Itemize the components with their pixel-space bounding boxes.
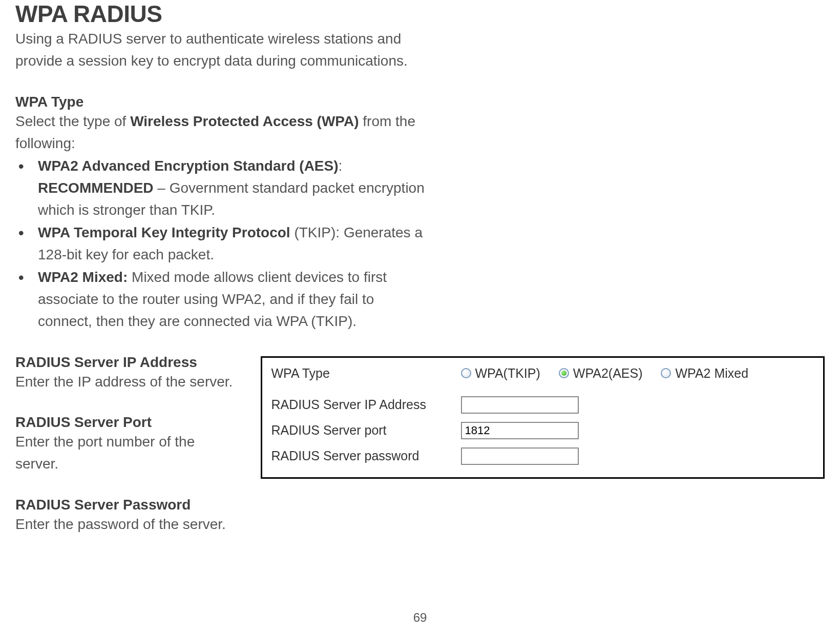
wpa-type-list: WPA2 Advanced Encryption Standard (AES):… [15,155,825,333]
intro-paragraph: Using a RADIUS server to authenticate wi… [15,28,425,72]
list-item-text-3: which is stronger than TKIP. [38,202,215,218]
radius-password-input[interactable] [461,447,579,465]
list-item-text-3: connect, then they are connected via WPA… [38,313,356,329]
radio-label: WPA(TKIP) [475,366,540,381]
wpa-type-lead-post: from the [359,113,415,129]
list-item-bold-2: RECOMMENDED [38,180,154,196]
list-item-text-2: – Government standard packet encryption [154,180,425,196]
list-item-bold: WPA2 Advanced Encryption Standard (AES) [38,158,339,174]
list-item-text-2: associate to the router using WPA2, and … [38,291,374,307]
radio-icon [661,368,671,378]
list-item: WPA Temporal Key Integrity Protocol (TKI… [15,221,435,266]
list-item-text: (TKIP): Generates a [290,225,423,240]
list-item: WPA2 Mixed: Mixed mode allows client dev… [15,266,435,333]
radius-port-desc: Enter the port number of the server. [15,431,240,475]
radius-ip-field-label: RADIUS Server IP Address [271,397,461,412]
wpa-type-radio-group: WPA(TKIP) WPA2(AES) WPA2 Mixed [461,366,749,381]
radio-icon [559,368,569,378]
wpa-type-field-label: WPA Type [271,366,461,381]
page-number: 69 [0,610,840,625]
page-title: WPA RADIUS [15,0,825,28]
radius-password-heading: RADIUS Server Password [15,497,240,513]
list-item-text: : [339,158,343,174]
list-item-text: Mixed mode allows client devices to firs… [128,269,387,285]
radius-port-field-label: RADIUS Server port [271,423,461,438]
radius-port-heading: RADIUS Server Port [15,414,240,431]
wpa-type-lead-pre: Select the type of [15,113,130,129]
wpa2-mixed-radio[interactable]: WPA2 Mixed [661,366,748,381]
radius-ip-input[interactable] [461,396,579,414]
intro-line-2: provide a session key to encrypt data du… [15,53,408,69]
wpa-type-heading: WPA Type [15,94,825,110]
radius-ip-heading: RADIUS Server IP Address [15,354,240,371]
intro-line-1: Using a RADIUS server to authenticate wi… [15,31,401,47]
wpa-tkip-radio[interactable]: WPA(TKIP) [461,366,540,381]
radius-password-desc: Enter the password of the server. [15,513,240,535]
radius-ip-desc: Enter the IP address of the server. [15,371,240,393]
wpa-type-lead-bold: Wireless Protected Access (WPA) [130,113,359,129]
wpa-type-lead-l2: following: [15,135,75,151]
wpa2-aes-radio[interactable]: WPA2(AES) [559,366,643,381]
radius-port-input[interactable] [461,422,579,439]
list-item-bold: WPA2 Mixed: [38,269,128,285]
radio-label: WPA2 Mixed [675,366,748,381]
list-item: WPA2 Advanced Encryption Standard (AES):… [15,155,435,221]
radio-icon [461,368,471,378]
list-item-text-2: 128-bit key for each packet. [38,247,214,262]
radius-password-field-label: RADIUS Server password [271,449,461,463]
list-item-bold: WPA Temporal Key Integrity Protocol [38,225,290,240]
config-panel: WPA Type WPA(TKIP) WPA2(AES) WPA2 Mixed [261,356,825,479]
wpa-type-lead: Select the type of Wireless Protected Ac… [15,110,425,155]
radio-label: WPA2(AES) [573,366,643,381]
